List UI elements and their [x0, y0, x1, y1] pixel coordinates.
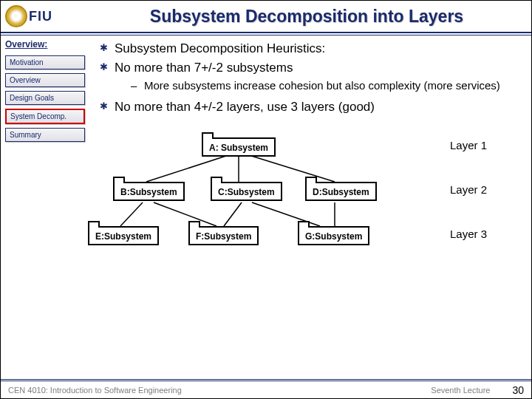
layer-diagram: A: Subsystem Layer 1 B:Subsystem C:Subsy… — [24, 129, 497, 262]
svg-line-2 — [249, 155, 335, 182]
svg-line-5 — [224, 202, 242, 226]
package-tab-icon — [188, 221, 200, 228]
sub-bullet-item: More subsystems increase cohesion but al… — [115, 79, 516, 93]
diagram-node-b: B:Subsystem — [113, 182, 185, 201]
package-tab-icon — [211, 177, 222, 183]
bullet-item: No more than 4+/-2 layers, use 3 layers … — [98, 99, 516, 115]
slide-title: Subsystem Decomposition into Layers — [86, 7, 527, 27]
node-label: D:Subsystem — [313, 187, 369, 197]
sub-bullet-list: More subsystems increase cohesion but al… — [115, 79, 516, 93]
package-tab-icon — [113, 177, 125, 183]
slide-content: Subsystem Decomposition Heuristics: No m… — [89, 33, 531, 381]
svg-line-6 — [252, 202, 320, 226]
sidebar-item-motivation[interactable]: Motivation — [5, 55, 85, 69]
node-label: A: Subsystem — [209, 143, 268, 153]
diagram-node-a: A: Subsystem — [202, 137, 276, 157]
layer-label-1: Layer 1 — [450, 139, 487, 151]
page-number: 30 — [512, 384, 524, 396]
diagram-node-g: G:Subsystem — [298, 226, 369, 245]
sidebar-heading: Overview: — [5, 39, 85, 50]
node-label: B:Subsystem — [120, 187, 177, 197]
slide-header: FIU Subsystem Decomposition into Layers — [1, 1, 531, 33]
layer-label-2: Layer 2 — [450, 183, 487, 196]
node-label: G:Subsystem — [305, 231, 362, 242]
node-label: E:Subsystem — [95, 231, 151, 242]
bullet-text: No more than 7+/-2 subsystems — [115, 61, 293, 75]
bullet-item: No more than 7+/-2 subsystems More subsy… — [98, 60, 516, 93]
sidebar-item-design-goals[interactable]: Design Goals — [5, 91, 85, 105]
svg-line-4 — [154, 202, 216, 226]
node-label: F:Subsystem — [196, 231, 251, 242]
slide-footer: CEN 4010: Introduction to Software Engin… — [1, 381, 531, 398]
seal-icon — [5, 5, 27, 27]
node-label: C:Subsystem — [218, 187, 275, 197]
diagram-node-d: D:Subsystem — [305, 182, 377, 201]
institution-abbrev: FIU — [29, 9, 52, 24]
package-tab-icon — [88, 221, 100, 228]
diagram-node-e: E:Subsystem — [88, 226, 159, 245]
package-tab-icon — [298, 221, 310, 228]
bullet-item: Subsystem Decomposition Heuristics: — [98, 41, 516, 57]
svg-line-3 — [120, 202, 143, 226]
footer-lecture: Seventh Lecture — [431, 386, 490, 395]
sidebar-item-system-decomp[interactable]: System Decomp. — [5, 109, 85, 124]
footer-course: CEN 4010: Introduction to Software Engin… — [8, 386, 431, 395]
layer-label-3: Layer 3 — [450, 228, 487, 240]
bullet-list: Subsystem Decomposition Heuristics: No m… — [98, 41, 516, 115]
package-tab-icon — [305, 177, 317, 183]
diagram-node-c: C:Subsystem — [211, 182, 282, 201]
diagram-node-f: F:Subsystem — [188, 226, 259, 245]
sidebar-item-overview[interactable]: Overview — [5, 73, 85, 87]
package-tab-icon — [202, 132, 214, 139]
institution-logo: FIU — [5, 3, 86, 30]
